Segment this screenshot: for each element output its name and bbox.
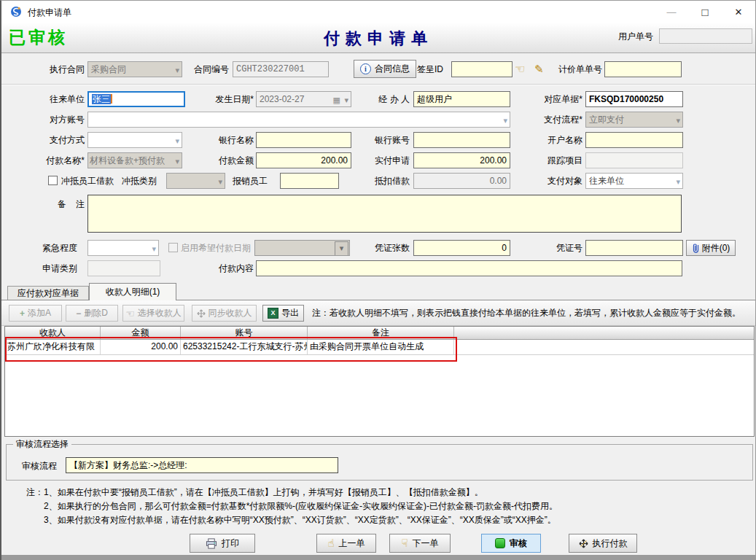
next-doc-button[interactable]: ☟ 下一单 <box>389 534 451 553</box>
chevron-down-icon: ▾ <box>676 175 680 188</box>
hope-date-checkbox <box>168 243 178 252</box>
text-caret <box>111 94 112 104</box>
partner-field[interactable]: 张三 <box>87 91 185 107</box>
export-button[interactable]: X 导出 <box>262 305 304 322</box>
actual-pay-field[interactable]: 200.00 <box>413 152 510 168</box>
chevron-down-icon: ▾ <box>175 155 179 168</box>
handler-label: 经 办 人 <box>337 91 410 107</box>
execute-payment-button[interactable]: 执行付款 <box>569 534 637 553</box>
handler-field[interactable]: 超级用户 <box>413 91 510 107</box>
title-bar: 付款申请单 — □ ✕ <box>1 1 755 23</box>
window-title: 付款申请单 <box>28 7 71 19</box>
hand-up-icon: ☝ <box>327 535 334 551</box>
party-account-label: 对方账号 <box>9 112 85 128</box>
pay-target-label: 支付对象 <box>510 173 582 189</box>
contract-no-field: CGHT230227001 <box>233 61 329 77</box>
sign-id-field[interactable] <box>451 61 513 77</box>
tab-payee-detail[interactable]: 收款人明细(1) <box>89 283 176 300</box>
ref-doc-field[interactable]: FKSQD170000250 <box>585 91 683 107</box>
voucher-no-label: 凭证号 <box>510 240 582 256</box>
hand-pointer-icon: ☜ <box>125 308 135 319</box>
divider <box>1 84 755 85</box>
maximize-button[interactable]: □ <box>688 1 722 23</box>
hope-date-label: 启用希望付款日期 <box>181 240 251 256</box>
green-square-icon <box>495 538 505 548</box>
bank-name-label: 银行名称 <box>181 132 254 148</box>
deduct-loan-field: 0.00 <box>413 173 510 189</box>
prev-doc-button[interactable]: ☝ 上一单 <box>316 534 376 553</box>
contract-no-label: 合同编号 <box>163 61 229 77</box>
chevron-down-icon: ▾ <box>175 134 179 147</box>
pay-target-select[interactable]: 往来单位▾ <box>585 173 683 189</box>
urgency-select[interactable]: ▾ <box>87 240 159 256</box>
pricing-no-label: 计价单单号 <box>542 61 602 77</box>
user-no-label: 用户单号 <box>618 28 653 44</box>
col-header-filler <box>454 327 754 339</box>
note-line-1: 注：1、如果在付款中要“报销员工借款”，请在【冲抵员工借款】上打钩，并填写好【报… <box>26 486 483 499</box>
printer-icon <box>206 538 217 549</box>
pay-flow-label: 支付流程* <box>510 112 582 128</box>
pay-method-label: 支付方式 <box>9 132 85 148</box>
track-project-label: 跟踪项目 <box>510 152 582 168</box>
chevron-down-icon: ▾ <box>676 114 680 127</box>
highlight-box <box>5 337 457 362</box>
plus-icon: + <box>20 308 25 319</box>
account-name-label: 开户名称 <box>510 132 582 148</box>
sign-id-label: 签呈ID <box>381 61 443 77</box>
offset-loan-checkbox[interactable] <box>48 176 58 185</box>
sync-arrows-icon <box>197 309 206 318</box>
payee-note: 注：若收款人明细不填写，则表示把钱直接付给本单据的往来单位，若填写，累计收款人金… <box>312 305 741 322</box>
party-account-select[interactable]: ▾ <box>87 112 510 128</box>
app-icon <box>10 6 22 18</box>
user-no-field <box>659 28 752 44</box>
print-button[interactable]: 打印 <box>190 534 255 553</box>
select-payee-button: ☜ 选择收款人 <box>122 305 184 322</box>
approval-flow-label: 审核流程 <box>22 458 57 474</box>
ref-doc-label: 对应单据* <box>510 91 582 107</box>
move-arrows-icon <box>579 539 588 548</box>
note-line-2: 2、如果执行的分包合同，那么可付款金额=付款基数*付款限额%-(应收履约保证金-… <box>44 500 558 513</box>
pay-amount-label: 付款金额 <box>181 152 254 168</box>
apply-type-label: 申请类别 <box>9 260 77 276</box>
partner-label: 往来单位 <box>9 91 85 107</box>
bank-account-field[interactable] <box>413 132 510 148</box>
deduct-loan-label: 抵扣借款 <box>337 173 410 189</box>
pay-content-field[interactable] <box>256 260 682 276</box>
close-button[interactable]: ✕ <box>722 1 755 23</box>
approval-flow-field[interactable]: 【新方案】财务总监:->总经理: <box>66 457 338 473</box>
delete-button: − 删除D <box>66 305 118 322</box>
voucher-no-field[interactable] <box>585 240 683 256</box>
bank-account-label: 银行账号 <box>337 132 410 148</box>
apply-type-field <box>87 260 160 276</box>
offset-type-label: 冲抵类别 <box>84 173 157 189</box>
attachment-button[interactable]: 附件(0) <box>686 240 736 256</box>
tab-payable-docs[interactable]: 应付款对应单据 <box>7 286 89 300</box>
track-project-field <box>585 152 683 168</box>
pay-name-select: 材料设备款+预付款▾ <box>87 152 182 168</box>
pay-method-select[interactable]: ▾ <box>87 132 182 148</box>
hand-pointer-icon[interactable]: ☜ <box>515 61 525 77</box>
paperclip-icon <box>692 243 700 253</box>
occur-date-label: 发生日期* <box>181 91 254 107</box>
account-name-field[interactable] <box>585 132 683 148</box>
reimburse-emp-field[interactable] <box>280 173 339 189</box>
actual-pay-label: 实付申请 <box>337 152 410 168</box>
reimburse-emp-label: 报销员工 <box>195 173 268 189</box>
voucher-count-label: 凭证张数 <box>337 240 410 256</box>
pay-name-label: 付款名称* <box>9 152 85 168</box>
audit-button[interactable]: 审核 <box>481 534 541 553</box>
urgency-label: 紧急程度 <box>9 240 77 256</box>
chevron-down-icon: ▾ <box>503 114 507 127</box>
note-line-3: 3、如果付款没有对应付款单据，请在付款名称中写明“XX预付款”、“XX订货款”、… <box>44 514 556 526</box>
bottom-strip <box>1 555 755 560</box>
remark-label: 备 注 <box>9 196 85 212</box>
approval-group-title: 审核流程选择 <box>13 438 71 451</box>
minimize-button[interactable]: — <box>655 1 688 23</box>
hope-date-select: ▾ <box>254 240 350 256</box>
add-button: + 添加A <box>9 305 62 322</box>
pricing-no-field[interactable] <box>604 61 682 77</box>
remark-textarea[interactable] <box>87 195 682 233</box>
voucher-count-field[interactable]: 0 <box>413 240 510 256</box>
pay-content-label: 付款内容 <box>181 260 254 276</box>
chevron-down-icon: ▾ <box>152 242 156 255</box>
